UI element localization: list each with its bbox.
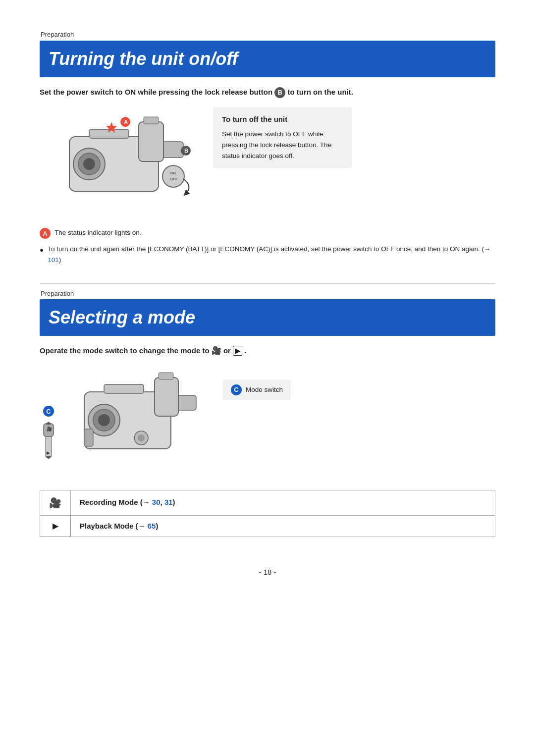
svg-point-25	[98, 414, 110, 426]
camera-illustration-2	[59, 365, 208, 482]
operate-text: Operate the mode switch to change the mo…	[40, 345, 495, 357]
link-65[interactable]: 65	[148, 522, 156, 530]
badge-c: C	[43, 406, 54, 417]
mode-callout-box: C Mode switch	[223, 379, 291, 400]
camera-illustration-1: ON OFF A B	[40, 107, 198, 219]
bullet-dot: ●	[40, 245, 44, 256]
record-icon-cell: 🎥	[40, 490, 71, 515]
section-selecting-mode: Preparation Selecting a mode Operate the…	[40, 289, 495, 538]
svg-rect-30	[84, 429, 93, 446]
svg-rect-27	[104, 384, 144, 393]
section1-sidebox: To turn off the unit Set the power switc…	[213, 107, 352, 168]
svg-text:B: B	[184, 148, 188, 154]
svg-rect-6	[139, 122, 163, 162]
section1-title: Turning the unit on/off	[40, 41, 495, 77]
section1-intro: Set the power switch to ON while pressin…	[40, 86, 495, 98]
table-row-record: 🎥 Recording Mode (→ 30, 31)	[40, 490, 495, 515]
svg-text:ON: ON	[170, 171, 176, 175]
bullet1-row: ● To turn on the unit again after the [E…	[40, 244, 495, 265]
svg-rect-28	[155, 378, 178, 416]
note-a-text: The status indicator lights on.	[54, 228, 142, 238]
playback-mode-cell: Playback Mode (→ 65)	[71, 515, 495, 537]
sidebox-text: Set the power switch to OFF while pressi…	[222, 129, 343, 161]
note-a-row: A The status indicator lights on.	[40, 228, 495, 239]
section2-label: Preparation	[40, 289, 495, 299]
section1-label: Preparation	[40, 30, 495, 40]
svg-rect-29	[159, 373, 173, 379]
svg-point-32	[138, 434, 145, 441]
svg-text:🎥: 🎥	[47, 426, 53, 432]
svg-point-8	[162, 165, 184, 187]
section2-content: C 🎥 ▶	[40, 365, 495, 482]
sidebox-title: To turn off the unit	[222, 114, 343, 125]
svg-point-3	[83, 158, 95, 170]
link-31[interactable]: 31	[164, 498, 173, 506]
camera-svg-1: ON OFF A B	[40, 107, 198, 216]
section-turning-unit: Preparation Turning the unit on/off Set …	[40, 30, 495, 266]
svg-rect-7	[144, 117, 159, 124]
svg-text:▶: ▶	[47, 450, 50, 455]
link-101[interactable]: 101	[48, 256, 59, 264]
page-number: - 18 -	[259, 568, 276, 576]
page-footer: - 18 -	[40, 567, 495, 578]
badge-c-callout: C	[231, 384, 242, 395]
playback-icon-cell: ▶	[40, 515, 71, 537]
badge-a: A	[40, 228, 51, 239]
section1-content-row: ON OFF A B	[40, 107, 495, 219]
record-mode-cell: Recording Mode (→ 30, 31)	[71, 490, 495, 515]
mode-table: 🎥 Recording Mode (→ 30, 31) ▶ Playback M…	[40, 490, 495, 538]
mode-switch-side: C 🎥 ▶	[40, 406, 57, 460]
svg-text:OFF: OFF	[170, 177, 178, 181]
table-row-playback: ▶ Playback Mode (→ 65)	[40, 515, 495, 537]
mode-switch-icons: 🎥 ▶	[40, 421, 57, 460]
section-divider	[40, 283, 495, 284]
mode-switch-svg: 🎥 ▶	[40, 421, 57, 460]
record-icon: 🎥	[212, 346, 221, 355]
section2-title: Selecting a mode	[40, 299, 495, 336]
bullet1-text: To turn on the unit again after the [ECO…	[48, 244, 495, 265]
svg-text:A: A	[124, 119, 128, 125]
link-30[interactable]: 30	[152, 498, 160, 506]
play-icon: ▶	[233, 346, 242, 356]
badge-b-inline: B	[274, 87, 285, 98]
section2-left: C 🎥 ▶	[40, 365, 208, 482]
mode-switch-label: Mode switch	[246, 385, 283, 395]
camera-svg-2	[59, 365, 208, 479]
